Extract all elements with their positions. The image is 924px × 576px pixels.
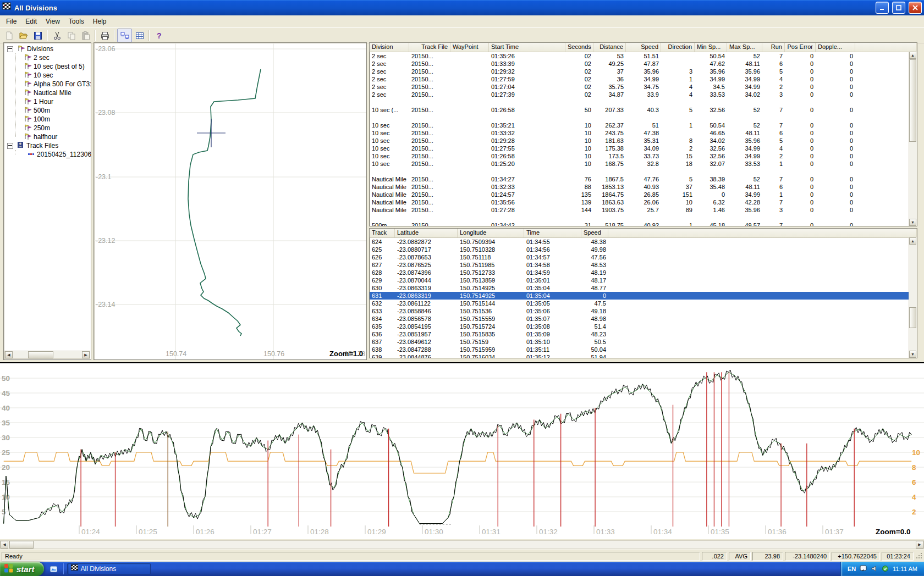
scroll-right-icon[interactable]: ▶ bbox=[82, 351, 90, 358]
tree-item-100m[interactable]: 100m bbox=[4, 115, 91, 124]
results-table-row[interactable]: 10 sec20150...01:33:3210243.7547.3846.65… bbox=[370, 129, 917, 137]
chart-view-toggle-button[interactable] bbox=[117, 29, 132, 42]
tree-item-alpha-500-for-gt3-[interactable]: Alpha 500 For GT3: bbox=[4, 80, 91, 88]
points-table-row[interactable]: 636-23.0851957150.751583501:35:0948.23 bbox=[370, 330, 917, 338]
results-table-row[interactable]: 500m20150...01:34:4231518.7540.92145.184… bbox=[370, 221, 917, 226]
results-table-header[interactable]: DivisionTrack FileWayPointStart TimeSeco… bbox=[370, 43, 917, 52]
column-header-division[interactable]: Division bbox=[370, 43, 409, 52]
scroll-left-icon[interactable]: ◀ bbox=[5, 351, 13, 358]
speed-chart[interactable]: 504540353025201510501:2401:2501:2601:270… bbox=[0, 362, 924, 539]
results-table-row[interactable]: 2 sec20150...01:27:040235.7534.75434.534… bbox=[370, 83, 917, 91]
points-table-row[interactable]: 633-23.0858846150.75153601:35:0649.18 bbox=[370, 307, 917, 315]
results-table-row[interactable]: 2 sec20150...01:27:59023634.99134.9934.9… bbox=[370, 75, 917, 83]
points-table-row[interactable]: 631-23.0863319150.751492501:35:040 bbox=[370, 292, 917, 300]
menu-view[interactable]: View bbox=[41, 16, 64, 27]
tray-antivirus-icon[interactable] bbox=[882, 565, 889, 573]
tree-item-10-sec-best-of-5-[interactable]: 10 sec (best of 5) bbox=[4, 62, 91, 71]
column-header-pos-error[interactable]: Pos Error bbox=[785, 43, 816, 52]
points-table-row[interactable]: 626-23.0878653150.75111801:34:5747.56 bbox=[370, 253, 917, 261]
tree-horizontal-scrollbar[interactable]: ◀ ▶ bbox=[4, 351, 90, 359]
tree-item-250m[interactable]: 250m bbox=[4, 124, 91, 132]
resize-grip[interactable] bbox=[915, 552, 923, 561]
points-table-header[interactable]: TrackLatitudeLongitudeTimeSpeed bbox=[370, 229, 917, 238]
cut-button[interactable] bbox=[50, 29, 64, 42]
scroll-right-icon[interactable]: ▶ bbox=[916, 541, 923, 549]
points-table-row[interactable]: 634-23.0856578150.751555901:35:0748.98 bbox=[370, 315, 917, 323]
help-button[interactable]: ? bbox=[152, 29, 166, 42]
results-table-row[interactable]: Nautical Mile20150...01:34:27761867.547.… bbox=[370, 175, 917, 183]
results-table-row[interactable]: Nautical Mile20150...01:27:281441903.752… bbox=[370, 206, 917, 214]
tree-item-track-files[interactable]: Track Files bbox=[4, 141, 91, 150]
results-table-row[interactable]: 2 sec20150...01:35:26025351.5150.5452700 bbox=[370, 52, 917, 60]
scroll-left-icon[interactable]: ◀ bbox=[1, 541, 8, 549]
points-table-row[interactable]: 624-23.0882872150.750939401:34:5548.38 bbox=[370, 238, 917, 246]
points-table-row[interactable]: 637-23.0849612150.7515901:35:1050.5 bbox=[370, 338, 917, 346]
results-vertical-scrollbar[interactable]: ▲ ▼ bbox=[909, 52, 917, 226]
scrollbar-thumb[interactable] bbox=[9, 541, 34, 549]
results-table-row[interactable]: Nautical Mile20150...01:24:571351864.752… bbox=[370, 191, 917, 198]
results-table-row[interactable]: Nautical Mile20150...01:32:33881853.1340… bbox=[370, 183, 917, 191]
points-table-row[interactable]: 629-23.0870044150.751385901:35:0148.17 bbox=[370, 276, 917, 284]
results-table-row[interactable]: 10 sec20150...01:35:2110262.3751150.5452… bbox=[370, 121, 917, 129]
scrollbar-thumb[interactable] bbox=[28, 351, 53, 358]
results-table-row[interactable]: 10 sec20150...01:29:2810181.6335.31834.0… bbox=[370, 137, 917, 145]
language-indicator[interactable]: EN bbox=[848, 566, 856, 572]
scroll-down-icon[interactable]: ▼ bbox=[909, 219, 916, 226]
column-header-speed[interactable]: Speed bbox=[581, 229, 608, 237]
speed-chart-panel[interactable]: 504540353025201510501:2401:2501:2601:270… bbox=[0, 362, 924, 539]
column-header-dopple-[interactable]: Dopple... bbox=[816, 43, 855, 52]
results-table-row[interactable]: 10 sec20150...01:25:2010168.7532.81832.0… bbox=[370, 160, 917, 168]
scrollbar-thumb[interactable] bbox=[909, 307, 916, 328]
column-header-track-file[interactable]: Track File bbox=[409, 43, 450, 52]
taskbar-clock[interactable]: 11:11 AM bbox=[893, 566, 917, 572]
scroll-down-icon[interactable]: ▼ bbox=[909, 351, 916, 358]
column-header-run[interactable]: Run bbox=[762, 43, 785, 52]
collapse-icon[interactable] bbox=[7, 143, 13, 149]
column-header-waypoint[interactable]: WayPoint bbox=[450, 43, 489, 52]
column-header-longitude[interactable]: Longitude bbox=[458, 229, 524, 237]
column-header-start-time[interactable]: Start Time bbox=[489, 43, 565, 52]
maximize-button[interactable] bbox=[892, 2, 905, 14]
table-view-button[interactable] bbox=[133, 29, 146, 42]
column-header-time[interactable]: Time bbox=[524, 229, 581, 237]
points-table-row[interactable]: 628-23.0874396150.751273301:34:5948.19 bbox=[370, 269, 917, 276]
task-button-all-divisions[interactable]: All Divisions bbox=[67, 563, 151, 575]
column-header-latitude[interactable]: Latitude bbox=[395, 229, 458, 237]
results-table-row[interactable]: 2 sec20150...01:27:390234.8733.9433.5334… bbox=[370, 91, 917, 98]
tree-item-track-file-20150425_112306[interactable]: 20150425_112306 bbox=[4, 150, 91, 159]
results-table-row[interactable]: 2 sec20150...01:29:32023735.96335.9635.9… bbox=[370, 68, 917, 75]
tree-item-nautical-mile[interactable]: Nautical Mile bbox=[4, 88, 91, 97]
menu-help[interactable]: Help bbox=[89, 16, 111, 27]
chart-horizontal-scrollbar[interactable]: ◀ ▶ bbox=[0, 540, 924, 549]
tree-item-2-sec[interactable]: 2 sec bbox=[4, 53, 91, 62]
track-map-panel[interactable]: -23.06-23.08-23.1-23.12-23.14150.74150.7… bbox=[94, 42, 367, 360]
column-header-max-sp-[interactable]: Max Sp... bbox=[727, 43, 762, 52]
column-header-min-sp-[interactable]: Min Sp... bbox=[695, 43, 727, 52]
results-table-row[interactable]: 10 sec20150...01:27:5510175.3834.09232.5… bbox=[370, 145, 917, 152]
column-header-distance[interactable]: Distance bbox=[593, 43, 626, 52]
column-header-direction[interactable]: Direction bbox=[661, 43, 695, 52]
points-table-row[interactable]: 639-23.0844876150.751603401:35:1251.94 bbox=[370, 353, 917, 358]
scroll-up-icon[interactable]: ▲ bbox=[909, 52, 916, 59]
column-header-track[interactable]: Track bbox=[370, 229, 395, 237]
tray-messenger-icon[interactable] bbox=[860, 565, 867, 573]
column-header-seconds[interactable]: Seconds bbox=[565, 43, 593, 52]
tree-item-divisions[interactable]: Divisions bbox=[4, 45, 91, 53]
points-table-row[interactable]: 635-23.0854195150.751572401:35:0851.4 bbox=[370, 323, 917, 330]
points-vertical-scrollbar[interactable]: ▲ ▼ bbox=[909, 237, 917, 358]
column-header-speed[interactable]: Speed bbox=[626, 43, 661, 52]
close-button[interactable] bbox=[909, 2, 922, 14]
points-table-row[interactable]: 630-23.0863319150.751492501:35:0448.77 bbox=[370, 284, 917, 292]
start-button[interactable]: start bbox=[0, 562, 44, 576]
track-map[interactable]: -23.06-23.08-23.1-23.12-23.14150.74150.7… bbox=[94, 43, 366, 359]
menu-file[interactable]: File bbox=[2, 16, 21, 27]
tree-item-1-hour[interactable]: 1 Hour bbox=[4, 97, 91, 106]
points-table-row[interactable]: 632-23.0861122150.751514401:35:0547.5 bbox=[370, 300, 917, 307]
scroll-up-icon[interactable]: ▲ bbox=[909, 237, 916, 245]
print-button[interactable] bbox=[98, 29, 112, 42]
results-table-row[interactable]: 10 sec20150...01:26:5810173.533.731532.5… bbox=[370, 152, 917, 160]
points-table-row[interactable]: 638-23.0847288150.751595901:35:1150.04 bbox=[370, 346, 917, 353]
save-button[interactable] bbox=[31, 29, 45, 42]
tray-volume-icon[interactable] bbox=[871, 565, 878, 573]
results-table-row[interactable]: 10 sec (...20150...01:26:5850207.3340.35… bbox=[370, 106, 917, 114]
